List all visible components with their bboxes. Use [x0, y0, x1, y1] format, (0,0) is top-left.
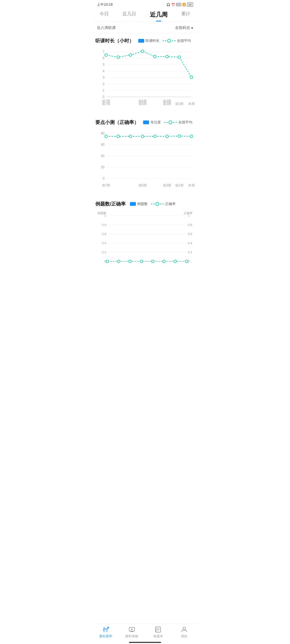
chart1-legend1-label: 听课时长 [146, 38, 160, 43]
svg-text:0.6: 0.6 [102, 232, 106, 236]
chart3-legend1: 例题数 [130, 202, 148, 206]
svg-text:20: 20 [101, 165, 105, 169]
chart3-svg: 例题数 正确率 0 0.2 0.4 0.6 0.8 1 [95, 210, 195, 277]
svg-text:60: 60 [101, 143, 105, 147]
svg-text:前5周: 前5周 [139, 184, 147, 187]
chart2-header: 要点小测（正确率） 专注度 全国平均 [95, 119, 195, 126]
svg-text:5: 5 [103, 63, 104, 67]
chart3-legend2: 正确率 [151, 202, 176, 206]
svg-text:2: 2 [103, 82, 104, 86]
chart2-section: 要点小测（正确率） 专注度 全国平均 [93, 115, 197, 194]
chart2-legend2: 全国平均 [164, 120, 192, 125]
svg-text:0.8: 0.8 [102, 223, 106, 226]
chart1-wrap: .axis-label { font-size: 12px; fill: #99… [95, 47, 195, 110]
chart3-legend: 例题数 正确率 [130, 202, 176, 206]
content-area: 听课时长（小时） 听课时长 全国平均 [93, 33, 197, 305]
svg-point-44 [105, 135, 107, 138]
svg-point-27 [178, 56, 181, 58]
svg-text:前5周: 前5周 [139, 102, 147, 106]
svg-point-28 [190, 76, 193, 79]
svg-text:1: 1 [104, 214, 106, 217]
chart2-wrap: .axis-label2 { font-size: 12px; fill: #9… [95, 129, 195, 192]
chart3-section: 例题数/正确率 例题数 正确率 例题数 [93, 196, 197, 281]
svg-text:前3周: 前3周 [163, 102, 171, 106]
svg-text:40: 40 [101, 154, 105, 158]
svg-text:前7周: 前7周 [102, 102, 110, 106]
chart3-legend2-icon [151, 202, 164, 206]
chart1-legend1-icon [138, 39, 144, 43]
svg-text:6: 6 [103, 56, 104, 60]
hd-badge: HD [176, 3, 181, 6]
tab-recent-weeks[interactable]: 近几周 [150, 11, 168, 21]
headphone-icon: 🎧 [166, 3, 170, 6]
svg-text:0: 0 [103, 177, 104, 180]
signal-icon: 📶 [182, 3, 186, 6]
svg-text:0.2: 0.2 [102, 251, 106, 254]
svg-text:0.2: 0.2 [188, 251, 192, 254]
chart3-title: 例题数/正确率 [95, 201, 126, 207]
svg-text:7: 7 [103, 50, 104, 54]
svg-point-22 [117, 56, 119, 58]
chart3-legend1-label: 例题数 [137, 202, 148, 206]
battery-icon: 68 [187, 2, 193, 7]
chart3-legend1-icon [130, 202, 136, 206]
svg-point-47 [141, 135, 144, 138]
filter-label: 近八周听课 [97, 25, 116, 30]
svg-text:1: 1 [188, 214, 190, 217]
chart2-legend1: 专注度 [143, 120, 161, 125]
svg-point-45 [117, 135, 119, 138]
svg-text:0.6: 0.6 [188, 232, 192, 236]
svg-text:0.8: 0.8 [188, 223, 192, 226]
chart1-header: 听课时长（小时） 听课时长 全国平均 [95, 38, 195, 44]
chevron-down-icon: ▾ [191, 26, 193, 30]
chart1-title: 听课时长（小时） [95, 38, 134, 44]
chart3-header: 例题数/正确率 例题数 正确率 [95, 201, 195, 207]
svg-text:前1周: 前1周 [175, 102, 184, 106]
chart1-legend2-icon [163, 39, 176, 43]
alarm-icon: ⏰ [171, 3, 175, 6]
svg-text:4: 4 [103, 69, 104, 73]
svg-point-51 [190, 135, 193, 138]
chart3-legend2-label: 正确率 [165, 202, 176, 206]
tab-recent-days[interactable]: 近几日 [122, 11, 136, 21]
svg-text:前1周: 前1周 [175, 184, 184, 187]
chart1-section: 听课时长（小时） 听课时长 全国平均 [93, 33, 197, 113]
chart2-legend1-icon [143, 120, 149, 124]
svg-point-21 [105, 54, 107, 56]
svg-point-24 [141, 50, 144, 53]
chart1-legend: 听课时长 全国平均 [138, 38, 191, 43]
svg-text:本周: 本周 [188, 184, 195, 187]
svg-point-26 [166, 55, 168, 58]
status-bar: 上午10:18 🎧 ⏰ HD 📶 68 [93, 0, 197, 8]
svg-point-48 [154, 135, 156, 138]
svg-point-23 [129, 54, 132, 56]
tab-today[interactable]: 今日 [100, 11, 109, 21]
chart2-legend2-icon [164, 120, 177, 124]
svg-text:0: 0 [103, 95, 104, 99]
tab-bar: 今日 近几日 近几周 累计 [93, 8, 197, 22]
svg-text:前3周: 前3周 [163, 184, 171, 187]
chart2-title: 要点小测（正确率） [95, 119, 139, 126]
chart1-svg: .axis-label { font-size: 12px; fill: #99… [95, 47, 195, 109]
subject-select-label: 全部科目 [175, 25, 190, 30]
tab-total[interactable]: 累计 [181, 11, 190, 21]
svg-text:3: 3 [103, 76, 104, 79]
status-icons: 🎧 ⏰ HD 📶 68 [166, 2, 193, 7]
svg-text:0.4: 0.4 [102, 241, 106, 245]
chart2-svg: .axis-label2 { font-size: 12px; fill: #9… [95, 129, 195, 191]
status-time: 上午10:18 [97, 2, 113, 7]
svg-point-50 [178, 135, 181, 137]
chart2-legend1-label: 专注度 [150, 120, 161, 125]
svg-text:前7周: 前7周 [102, 184, 110, 187]
chart1-legend2: 全国平均 [163, 38, 191, 43]
filter-row: 近八周听课 全部科目 ▾ [93, 23, 197, 33]
svg-text:1: 1 [103, 89, 104, 92]
svg-point-46 [129, 135, 132, 138]
chart2-legend2-label: 全国平均 [178, 120, 192, 125]
svg-text:本周: 本周 [188, 102, 195, 106]
subject-select[interactable]: 全部科目 ▾ [175, 25, 193, 30]
chart1-legend1: 听课时长 [138, 38, 160, 43]
svg-point-49 [166, 135, 168, 138]
svg-point-25 [154, 55, 156, 58]
svg-text:0.4: 0.4 [188, 241, 192, 245]
